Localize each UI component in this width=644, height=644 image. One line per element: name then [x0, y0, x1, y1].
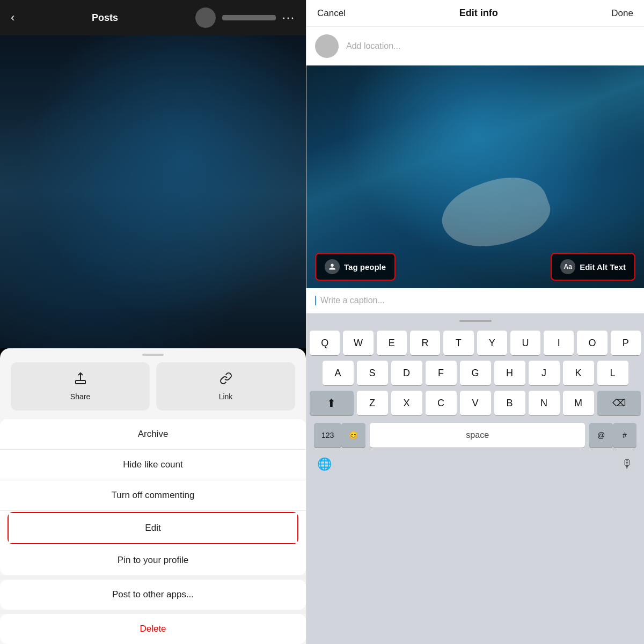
- keyboard: Q W E R T Y U I O P A S D F G H J K L ⬆ …: [306, 313, 644, 644]
- tag-people-label: Tag people: [344, 262, 386, 272]
- right-panel: Cancel Edit info Done Add location... Ta…: [306, 0, 644, 644]
- key-h[interactable]: H: [494, 361, 525, 385]
- cancel-button[interactable]: Cancel: [317, 8, 346, 19]
- sheet-handle: [142, 354, 164, 356]
- space-key[interactable]: space: [370, 423, 585, 448]
- key-r[interactable]: R: [410, 331, 440, 355]
- keyboard-bottom-row: 123 😊 space @ #: [309, 421, 642, 450]
- svg-rect-1: [76, 380, 85, 384]
- share-button[interactable]: Share: [11, 362, 150, 411]
- key-d[interactable]: D: [391, 361, 422, 385]
- mic-key[interactable]: 🎙: [621, 457, 633, 471]
- delete-item[interactable]: Delete: [0, 614, 306, 644]
- location-avatar: [315, 34, 339, 58]
- key-a[interactable]: A: [323, 361, 354, 385]
- share-icon: [74, 372, 87, 388]
- pin-item[interactable]: Pin to your profile: [0, 545, 306, 575]
- top-action-buttons: Share Link: [0, 362, 306, 419]
- caption-input[interactable]: Write a caption...: [315, 296, 635, 305]
- keyboard-row-1: Q W E R T Y U I O P: [309, 331, 642, 355]
- post-image: [0, 35, 306, 348]
- key-v[interactable]: V: [460, 391, 491, 415]
- secondary-menu: Post to other apps...: [0, 580, 306, 610]
- tag-people-icon: [325, 259, 340, 274]
- key-l[interactable]: L: [597, 361, 628, 385]
- key-j[interactable]: J: [529, 361, 560, 385]
- key-y[interactable]: Y: [477, 331, 507, 355]
- left-header: ‹ Posts ···: [0, 0, 306, 35]
- location-placeholder[interactable]: Add location...: [346, 41, 400, 51]
- link-label: Link: [219, 392, 233, 401]
- link-icon: [219, 372, 232, 388]
- keyboard-row-3: ⬆ Z X C V B N M ⌫: [309, 391, 642, 415]
- key-g[interactable]: G: [460, 361, 491, 385]
- delete-menu: Delete: [0, 614, 306, 644]
- edit-alt-text-button[interactable]: Aa Edit Alt Text: [551, 253, 635, 281]
- back-button[interactable]: ‹: [11, 11, 14, 25]
- edit-item[interactable]: Edit: [9, 513, 297, 543]
- backspace-key[interactable]: ⌫: [597, 391, 641, 415]
- keyboard-system-row: 🌐 🎙: [309, 455, 642, 474]
- done-button[interactable]: Done: [611, 8, 633, 19]
- numbers-key[interactable]: 123: [314, 423, 341, 448]
- posts-title: Posts: [92, 12, 118, 24]
- hide-like-item[interactable]: Hide like count: [0, 450, 306, 480]
- left-panel: ‹ Posts ··· Share: [0, 0, 306, 644]
- share-label: Share: [70, 392, 90, 401]
- key-m[interactable]: M: [563, 391, 594, 415]
- key-b[interactable]: B: [494, 391, 525, 415]
- caption-area[interactable]: Write a caption...: [306, 288, 644, 313]
- overlay-buttons: Tag people Aa Edit Alt Text: [306, 245, 644, 288]
- edit-alt-text-icon: Aa: [560, 259, 575, 274]
- at-key[interactable]: @: [589, 423, 613, 448]
- edit-info-title: Edit info: [459, 8, 498, 19]
- key-x[interactable]: X: [391, 391, 422, 415]
- key-k[interactable]: K: [563, 361, 594, 385]
- archive-item[interactable]: Archive: [0, 419, 306, 450]
- bottom-sheet: Share Link Archive Hide like count Turn …: [0, 348, 306, 644]
- menu-divider-2: [0, 610, 306, 614]
- keyboard-row-2: A S D F G H J K L: [309, 361, 642, 385]
- key-z[interactable]: Z: [357, 391, 388, 415]
- action-menu: Archive Hide like count Turn off comment…: [0, 419, 306, 575]
- shift-key[interactable]: ⬆: [310, 391, 354, 415]
- location-row: Add location...: [306, 27, 644, 65]
- edit-item-wrapper: Edit: [8, 512, 298, 544]
- key-t[interactable]: T: [443, 331, 473, 355]
- post-to-other-item[interactable]: Post to other apps...: [0, 580, 306, 610]
- keyboard-bar: [459, 320, 492, 322]
- turn-off-commenting-item[interactable]: Turn off commenting: [0, 480, 306, 511]
- more-options-button[interactable]: ···: [282, 11, 295, 25]
- username-bar: [222, 15, 276, 20]
- emoji-key[interactable]: 😊: [341, 423, 365, 448]
- key-f[interactable]: F: [426, 361, 457, 385]
- link-button[interactable]: Link: [156, 362, 295, 411]
- key-q[interactable]: Q: [310, 331, 340, 355]
- edit-info-header: Cancel Edit info Done: [306, 0, 644, 27]
- key-u[interactable]: U: [510, 331, 540, 355]
- tag-people-button[interactable]: Tag people: [315, 253, 396, 281]
- key-e[interactable]: E: [377, 331, 407, 355]
- key-s[interactable]: S: [357, 361, 388, 385]
- hash-key[interactable]: #: [613, 423, 636, 448]
- key-n[interactable]: N: [529, 391, 560, 415]
- menu-divider: [0, 575, 306, 580]
- edit-alt-text-label: Edit Alt Text: [580, 262, 626, 272]
- key-c[interactable]: C: [426, 391, 457, 415]
- key-o[interactable]: O: [577, 331, 607, 355]
- key-w[interactable]: W: [343, 331, 373, 355]
- globe-key[interactable]: 🌐: [317, 457, 332, 471]
- edit-post-image: Tag people Aa Edit Alt Text: [306, 65, 644, 288]
- key-i[interactable]: I: [544, 331, 574, 355]
- user-avatar: [195, 8, 216, 28]
- key-p[interactable]: P: [611, 331, 641, 355]
